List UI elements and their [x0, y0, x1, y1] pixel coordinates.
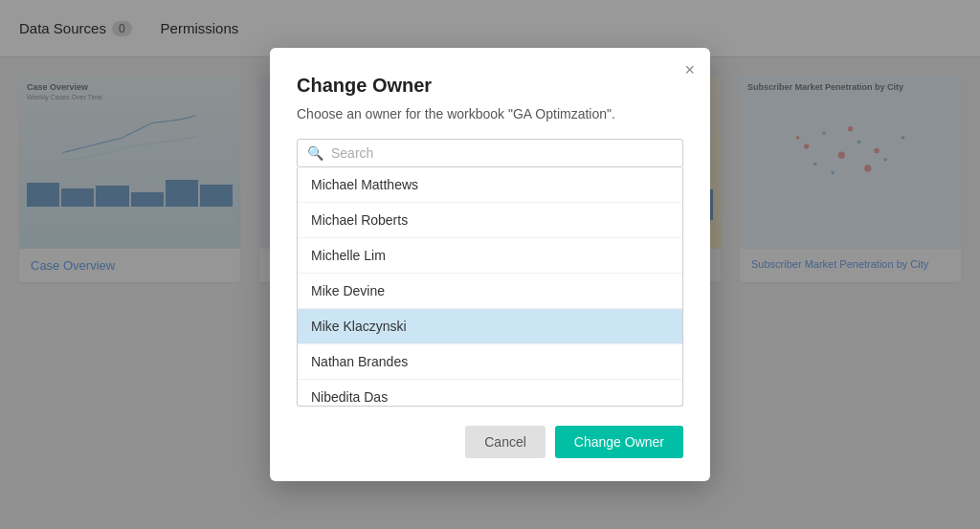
change-owner-button[interactable]: Change Owner [555, 426, 683, 458]
list-item[interactable]: Mike Devine [298, 274, 682, 309]
list-item[interactable]: Michael Matthews [298, 167, 682, 203]
search-icon: 🔍 [307, 145, 323, 161]
modal-title: Change Owner [297, 75, 683, 97]
modal-close-button[interactable]: × [684, 61, 695, 78]
modal-footer: Cancel Change Owner [297, 426, 683, 458]
user-list: Michael MatthewsMichael RobertsMichelle … [297, 167, 683, 407]
modal-subtitle: Choose an owner for the workbook "GA Opt… [297, 106, 683, 121]
list-item[interactable]: Michael Roberts [298, 203, 682, 238]
cancel-button[interactable]: Cancel [465, 426, 546, 458]
change-owner-modal: × Change Owner Choose an owner for the w… [270, 48, 710, 481]
list-item[interactable]: Nibedita Das [298, 380, 682, 407]
list-item[interactable]: Nathan Brandes [298, 344, 682, 380]
list-item[interactable]: Michelle Lim [298, 238, 682, 274]
modal-overlay: × Change Owner Choose an owner for the w… [0, 0, 980, 529]
search-container: 🔍 [297, 139, 683, 167]
list-item[interactable]: Mike Klaczynski [298, 309, 682, 344]
search-input[interactable] [331, 145, 673, 161]
